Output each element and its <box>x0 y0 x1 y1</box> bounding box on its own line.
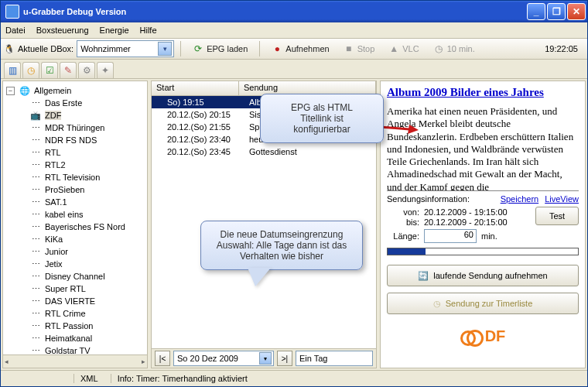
tree-item-label: DAS VIERTE <box>45 296 95 306</box>
channel-icon: ⋯ <box>30 221 41 232</box>
current-box-combo[interactable]: Wohnzimmer <box>77 40 174 57</box>
tree-item[interactable]: ⋯RTL Crime <box>17 307 145 320</box>
tree-item-label: Super RTL <box>45 284 86 293</box>
minimize-button[interactable]: _ <box>527 3 545 20</box>
tree-item[interactable]: ⋯RTL Passion <box>17 320 145 332</box>
channel-icon: ⋯ <box>30 197 41 207</box>
tree-scrollbar-horizontal[interactable]: ◂▸ <box>3 354 147 368</box>
stop-button[interactable]: ■Stop <box>338 40 381 57</box>
tab-icon-1[interactable]: ▥ <box>4 62 21 78</box>
tree-item[interactable]: ⋯DAS VIERTE <box>17 295 145 307</box>
channel-icon: ⋯ <box>30 271 41 282</box>
tree-item[interactable]: ⋯kabel eins <box>17 208 145 221</box>
date-first-button[interactable]: |< <box>155 351 170 366</box>
tab-icon-3[interactable]: ☑ <box>41 62 58 78</box>
tree-item[interactable]: ⋯Heimatkanal <box>17 332 145 344</box>
tenmin-button[interactable]: ◷10 min. <box>428 40 480 57</box>
status-info: Info: Timer: Timerhandling aktiviert <box>111 374 583 383</box>
maximize-button[interactable]: ❐ <box>547 3 566 20</box>
epg-load-button[interactable]: ⟳EPG laden <box>187 40 253 57</box>
menu-energy[interactable]: Energie <box>100 26 129 35</box>
channel-icon: ⋯ <box>30 234 41 245</box>
channel-icon: 📺 <box>30 110 41 121</box>
toolbar-clock: 19:22:05 <box>538 44 584 53</box>
tab-icon-2[interactable]: ◷ <box>22 62 39 78</box>
channel-icon: ⋯ <box>30 320 41 331</box>
tree-root[interactable]: − 🌐 Allgemein <box>5 84 145 97</box>
window-title: u-Grabber Debug Version <box>23 7 527 16</box>
save-link[interactable]: Speichern <box>501 194 539 204</box>
test-button[interactable]: Test <box>535 207 579 225</box>
collapse-icon[interactable]: − <box>6 87 15 95</box>
tree-item[interactable]: ⋯Das Erste <box>17 97 145 109</box>
date-range-value: Ein Tag <box>299 354 328 363</box>
annotation-callout-2: Die neue Datumseingrenzung Auswahl: Alle… <box>200 221 363 270</box>
epg-row-start: 20.12.(So) 23:45 <box>152 147 244 156</box>
tree-item-label: ProSieben <box>45 185 84 194</box>
tree-item[interactable]: ⋯RTL <box>17 146 145 159</box>
channel-icon: ⋯ <box>30 283 41 294</box>
menu-help[interactable]: Hilfe <box>140 26 157 35</box>
channel-tree[interactable]: − 🌐 Allgemein ⋯Das Erste📺ZDF⋯MDR Thüring… <box>3 81 147 354</box>
toolbar: 🐧 Aktuelle DBox: Wohnzimmer ⟳EPG laden ●… <box>1 39 587 60</box>
from-value: 20.12.2009 - 19:15:00 <box>424 207 508 217</box>
record-current-button[interactable]: 🔄 laufende Sendung aufnehmen <box>387 265 579 286</box>
close-button[interactable]: ✕ <box>567 3 586 20</box>
progress-bar <box>387 248 579 255</box>
vlc-icon: ▲ <box>388 43 399 54</box>
tree-item-label: Bayerisches FS Nord <box>45 222 125 231</box>
tree-item-label: ZDF <box>45 111 61 120</box>
length-unit: min. <box>481 231 497 241</box>
tree-item[interactable]: ⋯KiKa <box>17 233 145 245</box>
channel-icon: ⋯ <box>30 259 41 269</box>
tree-item[interactable]: ⋯Jetix <box>17 258 145 270</box>
epg-row-show: Gottesdienst <box>244 147 376 156</box>
tab-icon-4[interactable]: ✎ <box>60 62 77 78</box>
status-xml: XML <box>74 374 104 383</box>
penguin-icon: 🐧 <box>4 44 15 54</box>
tree-item[interactable]: ⋯Junior <box>17 245 145 258</box>
menu-file[interactable]: Datei <box>5 26 26 35</box>
col-start[interactable]: Start <box>152 81 239 95</box>
tab-icon-5[interactable]: ⚙ <box>78 62 95 78</box>
channel-icon: ⋯ <box>30 345 41 354</box>
tab-icon-6[interactable]: ✦ <box>97 62 114 78</box>
tree-item[interactable]: ⋯Disney Channel <box>17 270 145 283</box>
date-picker[interactable]: So 20 Dez 2009 <box>173 351 274 366</box>
channel-icon: ⋯ <box>30 296 41 307</box>
svg-marker-1 <box>408 125 419 134</box>
reload-icon: ⟳ <box>193 43 203 54</box>
tree-item-label: Das Erste <box>45 98 82 108</box>
liveview-link[interactable]: LiveView <box>545 194 579 204</box>
tree-item[interactable]: 📺ZDF <box>17 109 145 122</box>
tree-item[interactable]: ⋯Bayerisches FS Nord <box>17 221 145 233</box>
add-to-timer-button[interactable]: ◷ Sendung zur Timerliste <box>387 293 579 314</box>
to-label: bis: <box>387 217 419 227</box>
tree-item[interactable]: ⋯ProSieben <box>17 183 145 196</box>
tree-item[interactable]: ⋯NDR FS NDS <box>17 134 145 146</box>
date-range-combo[interactable]: Ein Tag <box>296 351 373 366</box>
channel-logo: DF <box>452 322 514 350</box>
epg-title-link[interactable]: Album 2009 Bilder eines Jahres <box>387 86 579 99</box>
menu-box[interactable]: Boxsteuerung <box>36 26 89 35</box>
length-input[interactable]: 60 <box>424 229 477 243</box>
channel-icon: ⋯ <box>30 333 41 344</box>
tree-item-label: RTL Crime <box>45 309 86 318</box>
record-button[interactable]: ●Aufnehmen <box>266 40 334 57</box>
tree-item[interactable]: ⋯Goldstar TV <box>17 344 145 354</box>
tree-item[interactable]: ⋯SAT.1 <box>17 196 145 208</box>
tree-root-label: Allgemein <box>34 86 71 95</box>
tree-item-label: Junior <box>45 247 68 256</box>
epg-row-start: 20.12.(So) 20:15 <box>152 110 244 119</box>
date-last-button[interactable]: >| <box>277 351 292 366</box>
channel-icon: ⋯ <box>30 308 41 319</box>
tree-item[interactable]: ⋯RTL Television <box>17 171 145 183</box>
tree-item[interactable]: ⋯MDR Thüringen <box>17 122 145 134</box>
date-navigation-bar: |< So 20 Dez 2009 >| Ein Tag <box>152 348 376 368</box>
tree-item[interactable]: ⋯RTL2 <box>17 159 145 171</box>
epg-row-start: So) 19:15 <box>152 98 244 107</box>
vlc-button[interactable]: ▲VLC <box>383 40 424 57</box>
timer-icon: ◷ <box>433 299 441 309</box>
epg-row[interactable]: 20.12.(So) 23:45Gottesdienst <box>152 146 376 158</box>
tree-item[interactable]: ⋯Super RTL <box>17 283 145 295</box>
